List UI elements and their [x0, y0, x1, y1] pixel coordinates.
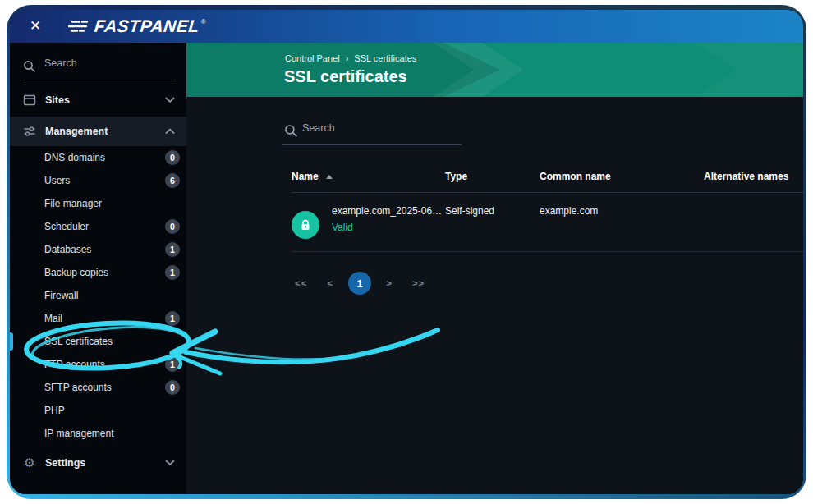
topbar: ✕ FASTPANEL ® [10, 10, 803, 43]
sidebar-item-file-manager[interactable]: File manager [10, 192, 186, 215]
sidebar-item-sftp-accounts[interactable]: SFTP accounts 0 [10, 376, 186, 399]
lock-icon [300, 219, 311, 231]
close-button[interactable]: ✕ [25, 16, 46, 37]
sidebar-group-label: Settings [45, 457, 165, 469]
column-header-alternative-names[interactable]: Alternative names [704, 171, 788, 182]
table-divider [292, 251, 803, 252]
registered-mark: ® [201, 18, 206, 25]
screenshot: ✕ FASTPANEL ® [0, 0, 813, 504]
count-badge: 6 [165, 173, 180, 188]
sidebar-item-scheduler[interactable]: Scheduler 0 [10, 215, 186, 238]
pagination-first-button[interactable]: << [285, 278, 317, 288]
header-chevron-decoration [696, 43, 803, 97]
gear-icon: ⚙ [23, 456, 36, 470]
sidebar-item-dns-domains[interactable]: DNS domains 0 [10, 146, 186, 169]
search-icon [284, 124, 298, 138]
column-header-type[interactable]: Type [445, 171, 467, 182]
app-window: ✕ FASTPANEL ® [10, 10, 803, 494]
sidebar-item-ssl-certificates[interactable]: SSL certificates [10, 330, 186, 353]
count-badge: 1 [165, 265, 180, 280]
sort-ascending-icon [326, 175, 333, 179]
main-panel: Control Panel › SSL certificates SSL cer… [186, 43, 803, 494]
sidebar-group-management[interactable]: Management [10, 117, 186, 146]
certificate-avatar [292, 211, 319, 239]
count-badge: 1 [165, 311, 180, 326]
sidebar-item-backup-copies[interactable]: Backup copies 1 [10, 261, 186, 284]
pagination: << < 1 > >> [285, 271, 434, 296]
pagination-prev-button[interactable]: < [317, 278, 343, 288]
sidebar-item-ip-management[interactable]: IP management [10, 422, 186, 445]
sidebar-item-mail[interactable]: Mail 1 [10, 307, 186, 330]
fastpanel-logo: FASTPANEL ® [67, 16, 206, 36]
certificate-common-name: example.com [540, 205, 598, 217]
table-row[interactable]: example.com_2025-06… Valid Self-signed e… [186, 193, 803, 251]
column-header-name[interactable]: Name [292, 171, 333, 182]
sites-icon [23, 94, 36, 107]
table-search [282, 118, 462, 144]
breadcrumb-separator: › [346, 53, 349, 63]
speed-lines-icon [67, 19, 89, 34]
count-badge: 0 [165, 380, 180, 395]
count-badge: 0 [165, 219, 180, 234]
search-underline [282, 144, 462, 145]
chevron-down-icon [165, 460, 175, 466]
sidebar: Sites Management [10, 43, 186, 494]
sidebar-item-users[interactable]: Users 6 [10, 169, 186, 192]
table-header: Name Type Common name Alternative names [186, 171, 803, 192]
search-underline [23, 80, 177, 80]
column-header-common-name[interactable]: Common name [540, 171, 611, 182]
brand-name: FASTPANEL [94, 16, 200, 36]
sidebar-item-firewall[interactable]: Firewall [10, 284, 186, 307]
table-search-input[interactable] [302, 122, 450, 134]
sidebar-search [10, 53, 186, 80]
sidebar-group-label: Sites [45, 94, 165, 106]
active-item-indicator [10, 332, 13, 351]
search-icon [23, 60, 36, 73]
pagination-current-page[interactable]: 1 [348, 272, 371, 295]
sidebar-item-php[interactable]: PHP [10, 399, 186, 422]
sidebar-item-ftp-accounts[interactable]: FTP accounts 1 [10, 353, 186, 376]
pagination-last-button[interactable]: >> [402, 278, 434, 288]
page-header: Control Panel › SSL certificates SSL cer… [186, 43, 803, 97]
count-badge: 1 [165, 242, 180, 257]
sliders-icon [23, 125, 36, 138]
certificate-type: Self-signed [445, 205, 494, 217]
sidebar-item-databases[interactable]: Databases 1 [10, 238, 186, 261]
sidebar-group-sites[interactable]: Sites [10, 85, 186, 115]
count-badge: 0 [165, 150, 180, 165]
chevron-down-icon [165, 97, 175, 103]
content-area: Name Type Common name Alternative names [186, 97, 803, 494]
count-badge: 1 [165, 357, 180, 372]
sidebar-group-settings[interactable]: ⚙ Settings [10, 449, 186, 477]
page-title: SSL certificates [284, 67, 407, 86]
chevron-up-icon [165, 128, 175, 135]
sidebar-search-input[interactable] [44, 57, 168, 69]
sidebar-group-label: Management [45, 126, 165, 137]
breadcrumb-control-panel[interactable]: Control Panel [285, 53, 340, 63]
sidebar-management-items: DNS domains 0 Users 6 File manager Sched… [10, 146, 186, 445]
breadcrumb: Control Panel › SSL certificates [285, 53, 416, 63]
pagination-next-button[interactable]: > [376, 278, 402, 288]
certificate-status: Valid [332, 222, 353, 233]
breadcrumb-current: SSL certificates [354, 53, 416, 63]
certificate-name: example.com_2025-06… [332, 205, 442, 217]
